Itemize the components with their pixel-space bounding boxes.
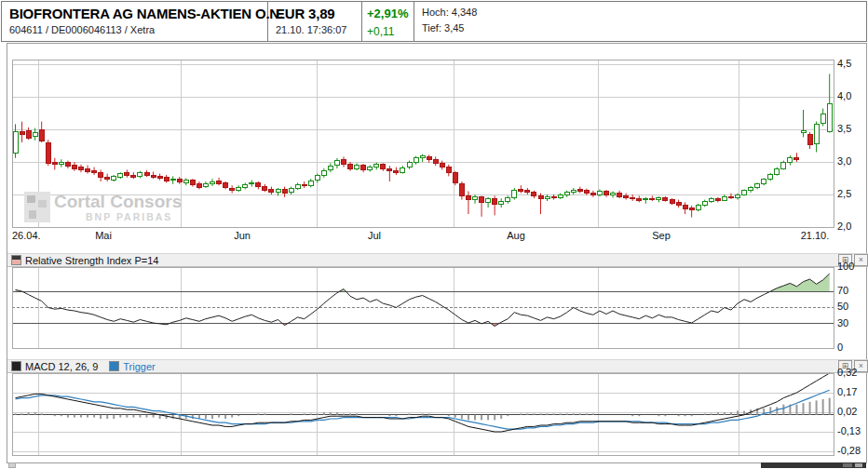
change-section: +2,91% +0,11 xyxy=(362,2,414,41)
quote-header: BIOFRONTERA AG NAMENS-AKTIEN O.N. 604611… xyxy=(1,1,867,42)
day-high: Hoch: 4,348 xyxy=(422,7,861,18)
macd-title: MACD 12, 26, 9 xyxy=(25,361,98,372)
svg-text:-0,13: -0,13 xyxy=(837,425,861,436)
scrollbar-segment xyxy=(843,463,852,467)
rsi-chart: 1007050300 xyxy=(7,267,866,355)
macd-panel-header: MACD 12, 26, 9 Trigger ⊞ × xyxy=(7,359,868,373)
svg-text:Cortal Consors: Cortal Consors xyxy=(54,192,182,211)
svg-text:0,32: 0,32 xyxy=(837,367,857,378)
day-low: Tief: 3,45 xyxy=(422,22,861,34)
price-candlestick-chart: Cortal ConsorsBNP PARIBAS4,54,03,53,02,5… xyxy=(7,44,866,252)
svg-text:26.04.: 26.04. xyxy=(12,230,41,241)
svg-text:BNP PARIBAS: BNP PARIBAS xyxy=(86,211,172,222)
svg-text:Jul: Jul xyxy=(368,230,381,241)
svg-text:2,0: 2,0 xyxy=(837,221,851,232)
svg-text:21.10.: 21.10. xyxy=(801,230,830,241)
trigger-legend-icon xyxy=(109,361,119,371)
svg-text:2,5: 2,5 xyxy=(837,188,851,199)
price-section: EUR 3,89 21.10. 17:36:07 xyxy=(268,2,362,41)
macd-legend-icon xyxy=(11,361,21,371)
svg-text:70: 70 xyxy=(837,285,848,296)
svg-text:0: 0 xyxy=(837,342,843,353)
bottom-scrollbar[interactable] xyxy=(761,462,866,468)
resize-grip xyxy=(8,462,16,468)
rsi-legend-icon xyxy=(11,255,21,265)
price-timestamp: 21.10. 17:36:07 xyxy=(276,24,356,35)
chart-tool-window: BIOFRONTERA AG NAMENS-AKTIEN O.N. 604611… xyxy=(0,0,868,469)
instrument-name: BIOFRONTERA AG NAMENS-AKTIEN O.N. xyxy=(9,6,262,21)
chart-region: Cortal ConsorsBNP PARIBAS4,54,03,53,02,5… xyxy=(7,43,867,463)
svg-text:Mai: Mai xyxy=(95,230,112,241)
change-absolute: +0,11 xyxy=(367,25,408,38)
day-range-section: Hoch: 4,348 Tief: 3,45 xyxy=(414,2,866,41)
svg-text:0,17: 0,17 xyxy=(837,386,857,397)
change-percent: +2,91% xyxy=(367,7,408,20)
svg-text:-0,28: -0,28 xyxy=(837,445,861,456)
instrument-section: BIOFRONTERA AG NAMENS-AKTIEN O.N. 604611… xyxy=(2,2,268,41)
svg-text:3,0: 3,0 xyxy=(837,155,851,167)
svg-text:100: 100 xyxy=(837,261,854,272)
rsi-close-button[interactable]: × xyxy=(854,254,868,266)
svg-text:50: 50 xyxy=(837,301,848,312)
macd-chart: 0,320,170,02-0,13-0,28 xyxy=(7,373,866,461)
svg-text:Sep: Sep xyxy=(652,230,671,241)
svg-text:3,5: 3,5 xyxy=(837,123,851,134)
svg-text:4,0: 4,0 xyxy=(837,90,851,101)
svg-text:0,02: 0,02 xyxy=(837,406,857,417)
close-icon: × xyxy=(859,255,863,264)
rsi-panel-header: Relative Strength Index P=14 ⊞ × xyxy=(7,253,868,267)
trigger-label: Trigger xyxy=(123,361,155,372)
last-price: EUR 3,89 xyxy=(276,6,356,21)
scrollbar-segment xyxy=(855,463,862,467)
rsi-title: Relative Strength Index P=14 xyxy=(25,255,158,266)
close-icon: × xyxy=(859,361,863,370)
instrument-identifiers: 604611 / DE0006046113 / Xetra xyxy=(9,24,262,35)
svg-text:4,5: 4,5 xyxy=(837,58,851,69)
svg-text:Aug: Aug xyxy=(507,230,525,241)
svg-text:Jun: Jun xyxy=(234,230,251,241)
svg-text:30: 30 xyxy=(837,317,848,328)
